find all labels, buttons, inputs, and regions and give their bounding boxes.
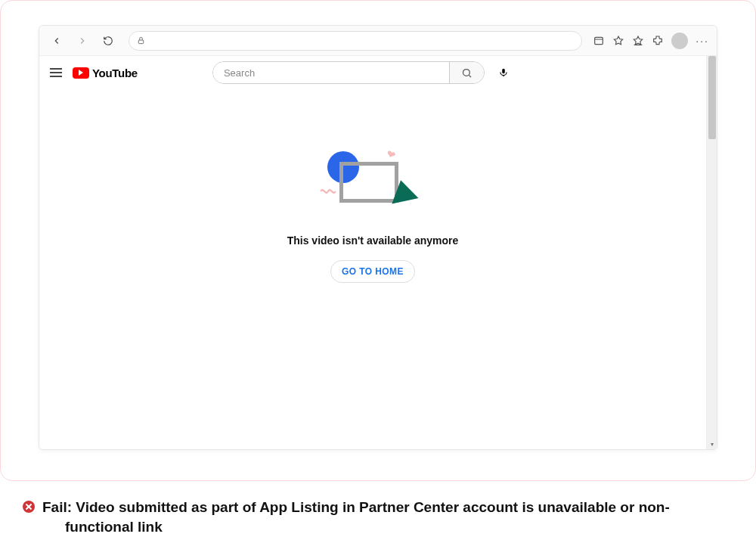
svg-rect-1 <box>595 37 603 44</box>
back-button[interactable] <box>47 31 67 51</box>
browser-toolbar-right: ··· <box>593 33 709 49</box>
fail-text-line2: functional link <box>42 517 670 537</box>
youtube-logo[interactable]: YouTube <box>73 67 138 79</box>
browser-window: ··· YouTube <box>39 25 717 450</box>
lock-icon <box>137 36 145 45</box>
youtube-play-icon <box>73 67 89 79</box>
search-button[interactable] <box>449 62 484 83</box>
unavailable-illustration: ❤ <box>320 148 426 216</box>
extensions-icon[interactable] <box>652 35 664 47</box>
browser-toolbar: ··· <box>39 26 717 56</box>
illustration-heart-icon: ❤ <box>385 147 398 161</box>
fail-caption: Fail: Video submitted as part of App Lis… <box>23 498 741 536</box>
vertical-scrollbar[interactable]: ▾ <box>706 56 717 449</box>
favorites-icon[interactable] <box>632 35 644 47</box>
favorites-star-icon[interactable] <box>612 35 624 47</box>
page-body: ❤ This video isn't available anymore GO … <box>39 89 706 283</box>
fail-caption-text: Fail: Video submitted as part of App Lis… <box>42 498 670 536</box>
svg-rect-0 <box>138 40 143 44</box>
forward-button[interactable] <box>73 31 92 51</box>
scrollbar-thumb[interactable] <box>708 56 716 139</box>
browser-content: YouTube <box>39 56 717 449</box>
fail-text-line1: Fail: Video submitted as part of App Lis… <box>42 499 670 515</box>
search-input[interactable] <box>213 62 449 83</box>
error-icon <box>23 501 35 513</box>
search-box <box>212 61 485 84</box>
voice-search-button[interactable] <box>492 61 515 84</box>
refresh-button[interactable] <box>98 31 118 51</box>
scrollbar-down-arrow[interactable]: ▾ <box>707 439 717 449</box>
profile-avatar[interactable] <box>671 33 688 49</box>
youtube-logo-text: YouTube <box>92 67 138 79</box>
unavailable-message: This video isn't available anymore <box>287 234 459 247</box>
youtube-header: YouTube <box>39 56 706 89</box>
tab-actions-icon[interactable] <box>593 35 605 47</box>
go-home-button[interactable]: GO TO HOME <box>330 260 415 283</box>
svg-point-2 <box>463 69 469 76</box>
illustration-triangle-icon <box>387 178 418 204</box>
menu-button[interactable] <box>50 68 62 77</box>
more-icon[interactable]: ··· <box>696 35 709 47</box>
example-card: ··· YouTube <box>0 0 756 481</box>
search-container <box>148 61 579 84</box>
address-bar[interactable] <box>129 31 582 51</box>
youtube-page: YouTube <box>39 56 706 449</box>
svg-rect-3 <box>502 69 505 73</box>
illustration-squiggle-icon <box>318 182 338 201</box>
